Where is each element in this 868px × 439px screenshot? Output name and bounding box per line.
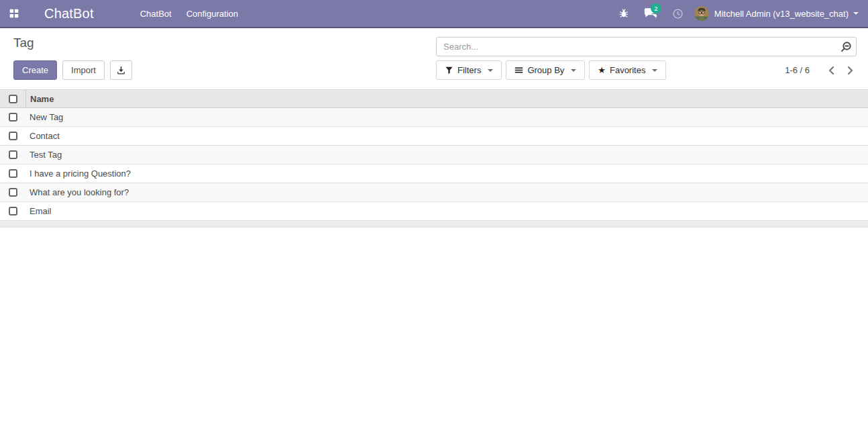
control-panel: Tag Create Import [0, 28, 868, 89]
chevron-down-icon [571, 69, 576, 72]
search-bar [436, 37, 857, 56]
tag-name: Email [30, 206, 52, 216]
messages-menu-button[interactable]: 2 [636, 0, 665, 28]
menu-configuration[interactable]: Configuration [179, 0, 246, 28]
row-checkbox[interactable] [9, 150, 17, 159]
group-by-label: Group By [527, 65, 564, 75]
search-icon [840, 41, 852, 53]
chevron-right-icon [847, 66, 854, 75]
filter-icon [445, 66, 453, 75]
messages-count-badge: 2 [651, 3, 661, 13]
star-icon: ★ [598, 66, 606, 75]
list-body: New Tag Contact Test Tag I have a pricin… [0, 108, 868, 221]
name-column-label: Name [30, 94, 54, 104]
filters-dropdown-button[interactable]: Filters [436, 60, 502, 80]
pager-range-label: 1-6 / 6 [785, 65, 810, 75]
row-checkbox[interactable] [9, 169, 17, 178]
table-row[interactable]: What are you looking for? [0, 183, 868, 202]
tag-list-view: Name New Tag Contact Test Tag I have a p… [0, 89, 868, 228]
top-menu-bar: ChatBot Configuration [133, 0, 246, 28]
chevron-left-icon [828, 66, 834, 75]
row-checkbox-cell [0, 164, 25, 183]
list-header-row: Name [0, 89, 868, 108]
row-checkbox[interactable] [9, 207, 17, 215]
tag-name: New Tag [30, 112, 63, 122]
apps-menu-button[interactable] [3, 0, 25, 28]
user-avatar [694, 6, 709, 21]
top-navbar: ChatBot ChatBot Configuration [0, 0, 868, 28]
favorites-label: Favorites [610, 65, 645, 75]
pager: 1-6 / 6 [785, 60, 857, 80]
odoo-app-window: ChatBot ChatBot Configuration [0, 0, 868, 439]
chevron-down-icon [488, 69, 493, 72]
select-all-checkbox[interactable] [9, 95, 17, 103]
menu-chatbot[interactable]: ChatBot [133, 0, 179, 28]
user-name-label: Mitchell Admin (v13_website_chat) [714, 9, 849, 19]
export-button[interactable] [110, 60, 132, 80]
row-checkbox-cell [0, 108, 25, 126]
table-row[interactable]: I have a pricing Question? [0, 164, 868, 183]
page-title: Tag [13, 36, 34, 50]
select-all-cell [0, 90, 25, 107]
menu-chatbot-label: ChatBot [140, 9, 172, 19]
search-filter-buttons: Filters Group By ★ Favorites [436, 60, 666, 80]
chevron-down-icon [853, 12, 859, 15]
table-row[interactable]: New Tag [0, 108, 868, 127]
pager-previous-button[interactable] [824, 60, 838, 80]
bug-icon [618, 8, 629, 19]
activities-menu-button[interactable] [665, 0, 690, 28]
group-by-dropdown-button[interactable]: Group By [506, 60, 585, 80]
row-checkbox[interactable] [9, 113, 17, 121]
row-checkbox-cell [0, 127, 25, 145]
search-input[interactable] [437, 38, 836, 56]
row-checkbox[interactable] [9, 132, 17, 140]
row-checkbox-cell [0, 146, 25, 164]
row-checkbox-cell [0, 202, 25, 220]
tag-name: Contact [30, 131, 60, 141]
pager-next-button[interactable] [844, 60, 857, 80]
name-column-header[interactable]: Name [25, 90, 868, 107]
action-buttons: Create Import [13, 60, 132, 80]
user-menu-button[interactable]: Mitchell Admin (v13_website_chat) [690, 0, 868, 28]
list-icon [514, 66, 523, 75]
import-button[interactable]: Import [62, 60, 105, 80]
search-submit-button[interactable] [836, 38, 856, 56]
favorites-dropdown-button[interactable]: ★ Favorites [589, 60, 666, 80]
table-row[interactable]: Contact [0, 127, 868, 146]
table-row[interactable]: Test Tag [0, 146, 868, 164]
create-button[interactable]: Create [13, 60, 57, 80]
menu-configuration-label: Configuration [186, 9, 238, 19]
filters-label: Filters [457, 65, 481, 75]
list-footer-strip [0, 221, 868, 228]
systray: 2 [612, 0, 868, 28]
apps-grid-icon [8, 7, 20, 19]
tag-name: Test Tag [30, 150, 62, 160]
activities-clock-icon [672, 8, 684, 19]
chevron-down-icon [652, 69, 657, 72]
row-checkbox[interactable] [9, 188, 17, 197]
tag-name: I have a pricing Question? [30, 168, 131, 179]
row-checkbox-cell [0, 183, 25, 201]
table-row[interactable]: Email [0, 202, 868, 221]
app-brand-title[interactable]: ChatBot [44, 6, 94, 21]
tag-name: What are you looking for? [30, 187, 129, 197]
debug-menu-button[interactable] [612, 0, 636, 28]
download-icon [116, 65, 126, 75]
